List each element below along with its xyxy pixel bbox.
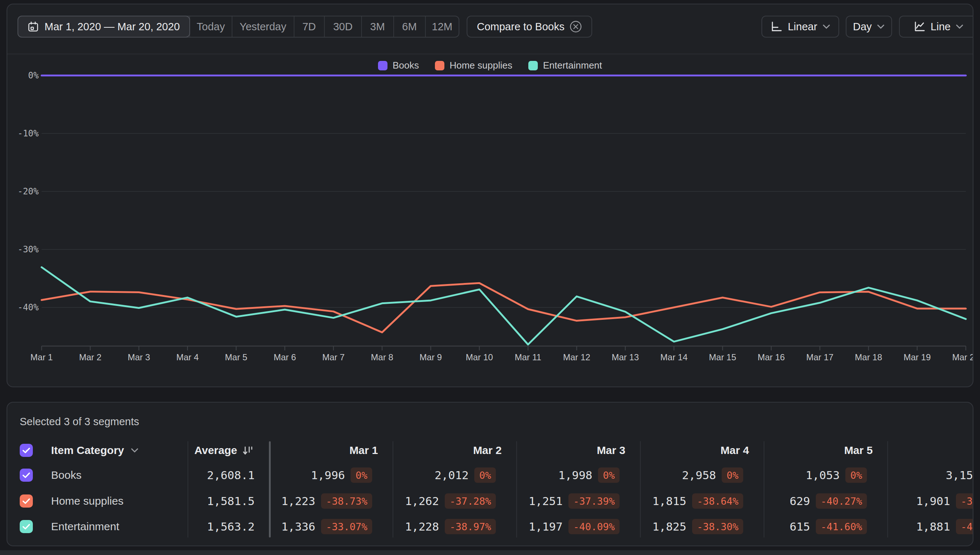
row-label: Home supplies xyxy=(51,495,123,507)
average-header[interactable]: Average xyxy=(194,444,254,457)
cell-value: 1,197 xyxy=(529,520,562,533)
average-cell: 2,608.1 xyxy=(207,468,255,482)
chevron-down-icon xyxy=(131,448,139,453)
x-axis-label: Mar 12 xyxy=(563,352,590,363)
x-axis-label: Mar 3 xyxy=(128,352,150,363)
x-axis xyxy=(42,346,966,350)
column-divider xyxy=(393,441,393,537)
pct-change-badge: -38.30% xyxy=(692,519,743,534)
table-cell: 1,9960% xyxy=(311,467,372,483)
x-axis-label: Mar 9 xyxy=(419,352,442,363)
x-axis-label: Mar 13 xyxy=(612,352,639,363)
table-cell: 1,9980% xyxy=(558,467,620,483)
table-cell: 629-40.27% xyxy=(790,493,867,509)
cell-value: 1,825 xyxy=(652,520,686,533)
average-cell: 1,563.2 xyxy=(207,520,255,533)
column-divider xyxy=(764,441,765,537)
x-axis-label: Mar 4 xyxy=(176,352,199,363)
x-axis-label: Mar 8 xyxy=(371,352,393,363)
cell-value: 1,901 xyxy=(916,494,950,508)
pct-change-badge: -38.73% xyxy=(321,493,372,509)
day-header-mar-4: Mar 4 xyxy=(721,444,749,457)
horizontal-scrollbar[interactable] xyxy=(0,550,980,555)
cell-value: 1,053 xyxy=(806,468,840,482)
cell-value: 615 xyxy=(790,520,810,533)
x-axis-label: Mar 1 xyxy=(30,352,53,363)
table-cell: 1,228-38.97% xyxy=(405,519,496,534)
x-axis-label: Mar 20 xyxy=(952,352,974,363)
x-axis-label: Mar 18 xyxy=(855,352,882,363)
row-checkbox-entertainment[interactable] xyxy=(20,520,33,533)
table-cell: 2,9580% xyxy=(682,467,743,483)
category-header[interactable]: Item Category xyxy=(51,444,139,457)
cell-value: 1,336 xyxy=(281,520,315,533)
pct-change-badge: -37.28% xyxy=(445,493,496,509)
x-axis-label: Mar 16 xyxy=(757,352,785,363)
category-header-label: Item Category xyxy=(51,444,124,457)
x-axis-label: Mar 7 xyxy=(322,352,344,363)
chart-card: Mar 1, 2020 — Mar 20, 2020 TodayYesterda… xyxy=(6,4,974,387)
cell-value: 2,958 xyxy=(682,468,716,482)
table-cell: 1,197-40.09% xyxy=(529,519,620,534)
cell-value: 1,262 xyxy=(405,494,439,508)
table-cell: 1,262-37.28% xyxy=(405,493,496,509)
average-value: 2,608.1 xyxy=(207,468,255,482)
column-divider xyxy=(516,441,517,537)
pct-change-badge: 0% xyxy=(350,467,372,483)
y-axis-label: -30% xyxy=(13,244,39,255)
sort-descending-icon[interactable] xyxy=(241,444,254,457)
column-divider xyxy=(887,441,888,537)
pct-change-badge: 0% xyxy=(845,467,867,483)
select-all-checkbox[interactable] xyxy=(20,444,33,457)
pct-change-badge: -38.64% xyxy=(692,493,743,509)
calendar-icon xyxy=(28,21,39,32)
day-header-mar-1: Mar 1 xyxy=(350,444,378,457)
average-header-label: Average xyxy=(194,444,237,457)
y-axis-label: -10% xyxy=(13,128,39,139)
row-checkbox-home-supplies[interactable] xyxy=(20,494,33,508)
date-range-button[interactable]: Mar 1, 2020 — Mar 20, 2020 xyxy=(18,16,190,38)
table-cell-clipped: 1,881-40.38% xyxy=(916,519,974,534)
x-axis-label: Mar 14 xyxy=(660,352,688,363)
pct-change-badge: -38.97% xyxy=(445,519,496,534)
x-axis-label: Mar 19 xyxy=(903,352,931,363)
pct-change-badge: -40.38% xyxy=(956,519,974,534)
cell-value: 1,815 xyxy=(652,494,686,508)
table-cell: 1,815-38.64% xyxy=(652,493,743,509)
pct-change-badge: 0% xyxy=(474,467,496,483)
table-cell: 1,336-33.07% xyxy=(281,519,372,534)
x-axis-label: Mar 6 xyxy=(274,352,296,363)
cell-value: 1,251 xyxy=(529,494,562,508)
average-value: 1,581.5 xyxy=(207,494,255,508)
cell-value: 2,012 xyxy=(435,468,469,482)
table-cell: 2,0120% xyxy=(435,467,496,483)
cell-value: 1,228 xyxy=(405,520,439,533)
line-chart[interactable] xyxy=(7,4,974,387)
pct-change-badge: -40.27% xyxy=(816,493,867,509)
table-cell: 615-41.60% xyxy=(790,519,867,534)
pct-change-badge: -41.60% xyxy=(816,519,867,534)
table-cell: 1,0530% xyxy=(806,467,867,483)
y-axis-label: -40% xyxy=(13,302,39,313)
cell-value: 629 xyxy=(790,494,810,508)
table-cell: 1,825-38.30% xyxy=(652,519,743,534)
table-cell: 1,223-38.73% xyxy=(281,493,372,509)
segments-table-card: Selected 3 of 3 segments Item CategoryAv… xyxy=(6,402,974,546)
day-header-mar-2: Mar 2 xyxy=(473,444,502,457)
column-divider xyxy=(188,441,188,537)
cell-value: 1,881 xyxy=(916,520,950,533)
row-checkbox-books[interactable] xyxy=(20,468,33,482)
pct-change-badge: -33.07% xyxy=(321,519,372,534)
x-axis-label: Mar 17 xyxy=(806,352,834,363)
day-header-mar-3: Mar 3 xyxy=(597,444,625,457)
pct-change-badge: -39.75% xyxy=(956,493,974,509)
average-cell: 1,581.5 xyxy=(207,494,255,508)
x-axis-label: Mar 2 xyxy=(79,352,101,363)
table-cell-clipped: 1,901-39.75% xyxy=(916,493,974,509)
column-divider xyxy=(640,441,641,537)
pinned-column-divider[interactable] xyxy=(269,441,271,537)
table-cell: 1,251-37.39% xyxy=(529,493,620,509)
series-line-entertainment[interactable] xyxy=(42,267,966,345)
date-range-label: Mar 1, 2020 — Mar 20, 2020 xyxy=(45,21,180,33)
x-axis-label: Mar 15 xyxy=(709,352,736,363)
